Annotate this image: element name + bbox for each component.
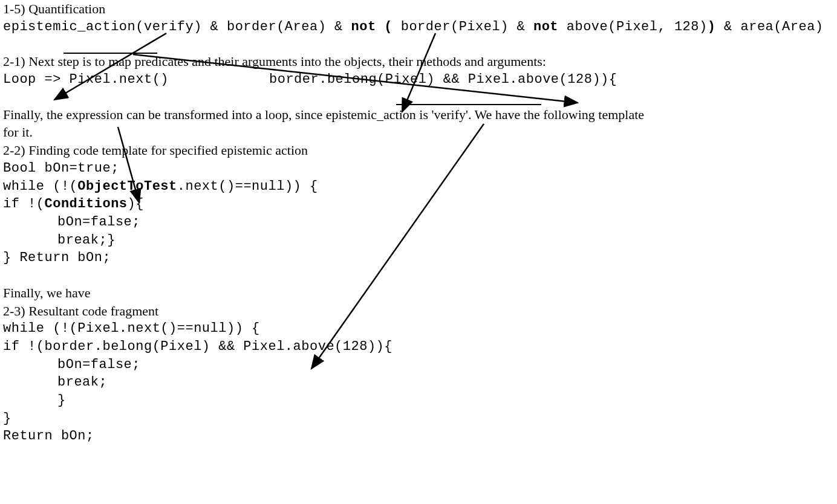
section-2-1-heading: 2-1) Next step is to map predicates and … xyxy=(3,53,837,71)
paragraph-finally-1b: for it. xyxy=(3,123,837,141)
code-line: break;} xyxy=(3,231,837,250)
placeholder: Conditions xyxy=(45,196,128,212)
section-2-2-heading: 2-2) Finding code template for specified… xyxy=(3,141,837,160)
section-2-1-code: Loop => Pixel.next()border.belong(Pixel)… xyxy=(3,71,837,89)
code-line: while (!(Pixel.next()==null)) { xyxy=(3,320,837,338)
code-line: } xyxy=(3,392,837,410)
keyword-not: not ( xyxy=(351,19,401,34)
code-line: if !(Conditions){ xyxy=(3,195,837,213)
paragraph-finally-1a: Finally, the expression can be transform… xyxy=(3,106,837,124)
section-1-5-heading: 1-5) Quantification xyxy=(3,0,837,18)
keyword-not: not xyxy=(533,19,558,34)
code-line: if !(border.belong(Pixel) && Pixel.above… xyxy=(3,338,837,356)
code-line: Return bOn; xyxy=(3,427,837,445)
code-fragment: epistemic_action(verify) & border(Area) … xyxy=(3,19,351,34)
code-line: } Return bOn; xyxy=(3,249,837,267)
code-fragment: if !( xyxy=(3,196,45,212)
paragraph-finally-2: Finally, we have xyxy=(3,284,837,302)
code-fragment: & area(Area) xyxy=(715,19,823,34)
code-fragment: above(Pixel, 128) xyxy=(558,19,708,34)
code-fragment: ){ xyxy=(128,196,144,212)
code-fragment: border.belong(Pixel) && Pixel.above(128)… xyxy=(269,72,617,87)
code-fragment: Loop => Pixel.next() xyxy=(3,71,269,89)
placeholder: ObjectToTest xyxy=(77,179,177,194)
code-line: } xyxy=(3,410,837,428)
code-fragment: .next()==null)) { xyxy=(177,179,318,194)
section-1-5-code: epistemic_action(verify) & border(Area) … xyxy=(3,18,837,36)
code-line: break; xyxy=(3,373,837,392)
section-2-3-heading: 2-3) Resultant code fragment xyxy=(3,302,837,320)
close-paren: ) xyxy=(708,19,716,34)
code-line: bOn=false; xyxy=(3,356,837,374)
code-fragment: border(Pixel) & xyxy=(401,19,533,34)
code-line: Bool bOn=true; xyxy=(3,160,837,178)
code-fragment: while (!( xyxy=(3,179,77,194)
code-line: while (!(ObjectToTest.next()==null)) { xyxy=(3,178,837,196)
code-line: bOn=false; xyxy=(3,213,837,231)
